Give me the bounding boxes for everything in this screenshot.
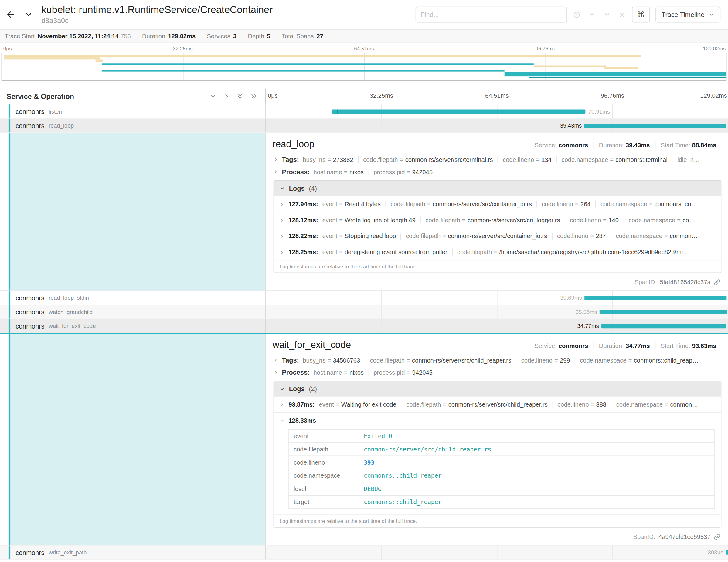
kv-value: /home/sascha/.cargo/registry/src/github.… [499, 248, 689, 255]
expand-all-icon[interactable] [250, 93, 257, 100]
chevron-right-icon [274, 169, 278, 174]
span-name-cell[interactable]: conmonrs watch_grandchild [0, 305, 266, 318]
log-fields: event=deregistering event source from po… [322, 248, 716, 255]
kv-value: 34506763 [333, 357, 360, 364]
span-timeline-cell[interactable]: 303μs [266, 546, 728, 559]
span-timeline-cell[interactable]: 39.69ms [266, 291, 728, 305]
span-name-cell[interactable]: conmonrs listen [0, 104, 266, 118]
span-row[interactable]: conmonrs write_exit_path 303μs [0, 546, 728, 560]
trace-view-label: Trace Timeline [662, 11, 705, 19]
minimap-span-shape [4, 55, 641, 57]
log-entry[interactable]: 128.22ms: event=Stopping read loopcode.f… [274, 228, 721, 244]
kv-equals: = [327, 156, 331, 163]
keyboard-shortcuts-button[interactable]: ⌘ [632, 7, 650, 23]
start-time-label: Start Time: [661, 142, 690, 149]
minimap-canvas[interactable] [2, 53, 727, 81]
logs-accordion-header[interactable]: Logs (4) [274, 181, 721, 196]
process-accordion[interactable]: Process: host.name=nixosprocess.pid=9420… [274, 168, 722, 175]
kv-key: code.filepath [425, 216, 460, 223]
span-row[interactable]: conmonrs read_loop 39.43ms [0, 119, 728, 133]
span-name-cell[interactable]: conmonrs wait_for_exit_code [0, 319, 266, 333]
summary-value: 3 [233, 32, 236, 39]
logs-accordion-header[interactable]: Logs (2) [274, 381, 721, 397]
tags-label: Tags: [282, 356, 299, 364]
timeline-tick-label: 64.51ms [354, 46, 374, 51]
trace-minimap[interactable]: 0μs32.25ms64.51ms96.76ms129.02ms [0, 43, 728, 85]
start-time-meta: Start Time:93.63ms [655, 342, 721, 349]
expand-one-icon[interactable] [223, 93, 230, 100]
focus-span-icon[interactable] [573, 11, 580, 19]
span-bar[interactable] [726, 550, 728, 554]
key-value-pair: code.namespace=conmonrs::terminal [556, 156, 672, 163]
collapse-one-icon[interactable] [209, 93, 216, 100]
timeline-ruler[interactable]: 0μs32.25ms64.51ms96.76ms129.02ms [266, 88, 728, 104]
next-result-icon[interactable] [603, 11, 611, 19]
arrow-left-icon [6, 9, 16, 20]
trace-view-selector[interactable]: Trace Timeline [655, 7, 720, 23]
span-row[interactable]: conmonrs read_loop_stdin 39.69ms [0, 291, 728, 305]
service-color-bar [9, 319, 10, 333]
span-row[interactable]: conmonrs listen 70.91ms [0, 104, 728, 119]
operation-name: listen [49, 108, 62, 115]
tags-accordion[interactable]: Tags: busy_ns=34506763code.filepath=conm… [274, 356, 722, 364]
collapse-all-icon[interactable] [237, 93, 244, 100]
span-duration-label: 70.91ms [588, 108, 610, 115]
kv-equals: = [442, 233, 446, 240]
span-timeline-cell[interactable]: 34.77ms [266, 319, 728, 333]
span-timeline-cell[interactable]: 70.91ms [266, 104, 728, 118]
key-value-pair: code.lineno=134 [498, 156, 556, 163]
log-entry[interactable]: 93.87ms: event=Waiting for exit codecode… [274, 396, 721, 412]
collapse-trace-header-button[interactable] [22, 0, 36, 29]
kv-key: busy_ns [303, 357, 325, 364]
link-icon[interactable] [714, 279, 721, 285]
tags-accordion[interactable]: Tags: busy_ns=273882code.filepath=conmon… [274, 156, 722, 163]
span-detail-title: read_loop [273, 139, 315, 150]
span-name-cell[interactable]: conmonrs read_loop [0, 119, 266, 132]
span-id-label: SpanID: [634, 279, 657, 286]
key-value-pair: process.pid=942045 [368, 169, 437, 175]
kv-value: 273882 [333, 156, 353, 163]
timeline-tick-label: 32.25ms [370, 92, 393, 99]
service-name: conmonrs [15, 549, 44, 556]
service-value: conmonrs [559, 142, 588, 149]
log-entry[interactable]: 127.94ms: event=Read 4 bytescode.filepat… [274, 196, 721, 212]
service-label: Service: [535, 342, 557, 349]
process-accordion[interactable]: Process: host.name=nixosprocess.pid=9420… [274, 369, 722, 376]
span-bar[interactable] [584, 295, 727, 300]
span-duration-label: 35.58ms [576, 308, 597, 315]
link-icon[interactable] [714, 533, 721, 540]
logs-label: Logs [289, 385, 305, 393]
clear-search-icon[interactable] [618, 11, 625, 18]
log-entry[interactable]: 128.25ms: event=deregistering event sour… [274, 244, 721, 260]
key-value-pair: busy_ns=34506763 [303, 357, 365, 364]
find-input[interactable] [415, 7, 567, 23]
span-name-cell[interactable]: conmonrs write_exit_path [0, 546, 266, 559]
span-bar[interactable] [601, 324, 726, 328]
span-id-row: SpanID: 5faf48165428c37a [273, 275, 722, 288]
span-timeline-cell[interactable]: 39.43ms [266, 119, 728, 132]
kv-value: deregistering event source from poller [345, 248, 447, 255]
chevron-right-icon [274, 358, 278, 363]
kv-equals: = [590, 233, 594, 240]
kv-value: nixos [349, 369, 364, 376]
kv-key: code.lineno [542, 200, 573, 207]
span-timeline-cell[interactable]: 35.58ms [266, 305, 728, 318]
span-detail-header: read_loop Service:conmonrs Duration:39.4… [273, 139, 722, 150]
span-row[interactable]: conmonrs wait_for_exit_code 34.77ms [0, 319, 728, 333]
logs-section: Logs (2) 93.87ms: event=Waiting for exit… [274, 381, 722, 528]
span-bar[interactable] [584, 123, 726, 128]
back-button[interactable] [0, 0, 22, 29]
key-value-pair: code.namespace=conmon… [611, 233, 702, 240]
span-bar[interactable] [600, 310, 727, 314]
log-entry-header[interactable]: 128.33ms [274, 412, 721, 428]
log-entry[interactable]: 128.12ms: event=Wrote log line of length… [274, 212, 721, 228]
kv-value: conmon-rs/server/src/terminal.rs [405, 156, 493, 163]
log-fields-table: eventExited 0code.filepathconmon-rs/serv… [288, 429, 715, 509]
tags-list: busy_ns=34506763code.filepath=conmon-rs/… [303, 357, 721, 364]
process-label: Process: [282, 168, 310, 175]
prev-result-icon[interactable] [588, 11, 596, 19]
span-row[interactable]: conmonrs watch_grandchild 35.58ms [0, 305, 728, 319]
span-bar[interactable] [332, 109, 586, 114]
span-name-cell[interactable]: conmonrs read_loop_stdin [0, 291, 266, 305]
kv-key: code.namespace [600, 200, 647, 207]
